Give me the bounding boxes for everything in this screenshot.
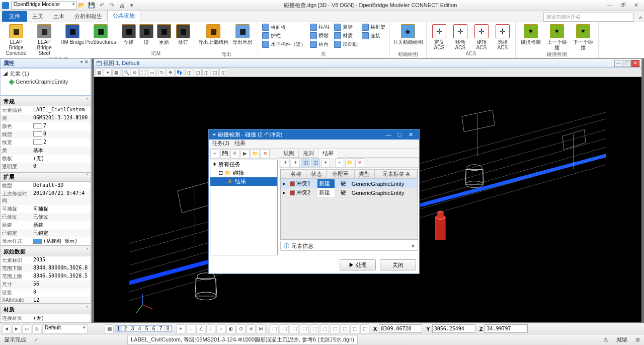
btn-lib-abut2[interactable]: 桥台	[309, 40, 331, 48]
iso-4[interactable]: ⬚	[300, 324, 309, 333]
view-titlebar[interactable]: 🗔 视图 1, Default — □ ✕	[94, 59, 641, 68]
iso-7[interactable]: ⬚	[330, 324, 339, 333]
btn-acs-select[interactable]: ✛选择 ACS	[493, 23, 512, 50]
nav-layer-icon[interactable]: ≣	[32, 324, 41, 333]
iso-10[interactable]: ⬚	[360, 324, 369, 333]
tbtn-run[interactable]: ▶	[240, 149, 250, 158]
nav-back[interactable]: ◄	[2, 324, 11, 333]
workflow-dropdown[interactable]: OpenBridge Modeler	[11, 1, 76, 10]
rtbtn-2[interactable]: ✶	[291, 158, 300, 167]
iso-2[interactable]: ⬚	[280, 324, 289, 333]
vtb-d[interactable]: ◫	[211, 68, 219, 77]
iso-8[interactable]: ⬚	[340, 324, 349, 333]
tbtn-delete[interactable]: ✕	[261, 149, 270, 158]
status-warn-icon[interactable]: ⚠	[603, 336, 608, 343]
btn-acs-define[interactable]: ✛定义 ACS	[430, 23, 449, 50]
qa-more-icon[interactable]: ▾	[128, 2, 136, 10]
btn-lib-conn[interactable]: 连接	[361, 32, 386, 40]
results-grid[interactable]: 名称状态分配至类型元素标签 A ▸ 冲突1新建硬GenericGraphicEn…	[280, 169, 418, 240]
vtb-walk[interactable]: 👣	[175, 68, 183, 77]
rtbtn-5[interactable]: ✶	[321, 158, 330, 167]
btn-leap-concrete[interactable]: ▦LEAP Bridge Concrete	[3, 23, 29, 56]
snap-3[interactable]: ∠	[196, 324, 205, 333]
tab-home[interactable]: 主页	[27, 11, 48, 22]
section-material[interactable]: 材质˄	[0, 305, 91, 314]
menu-results[interactable]: 结果	[234, 140, 246, 148]
snap-6[interactable]: ◐	[226, 324, 235, 333]
btn-export-super[interactable]: ▦导出上部结构	[198, 23, 228, 45]
status-lock-icon[interactable]: ⊘	[635, 336, 640, 343]
rtbtn-7[interactable]: 📁	[345, 158, 354, 167]
vtb-window[interactable]: ▭	[148, 68, 156, 77]
btn-lib-pier[interactable]: 桥墩	[309, 32, 331, 40]
view-close[interactable]: ✕	[631, 60, 639, 67]
snap-7[interactable]: ⊙	[236, 324, 246, 333]
coord-x[interactable]	[379, 324, 422, 333]
snap-9[interactable]: ⋈	[257, 324, 266, 333]
ribbon-expand-icon[interactable]: ^	[637, 16, 644, 22]
vtb-b[interactable]: ◫	[194, 68, 202, 77]
qa-redo-icon[interactable]: ↷	[108, 2, 116, 10]
window-minimize[interactable]: —	[604, 2, 616, 9]
btn-lib-guard[interactable]: 护栏	[261, 32, 307, 40]
rtbtn-6[interactable]: ＋	[335, 158, 344, 167]
btn-lib-material[interactable]: 材质	[333, 32, 359, 40]
iso-9[interactable]: ⬚	[350, 324, 359, 333]
btn-lib-xframe[interactable]: 横框架	[361, 23, 386, 31]
rtbtn-3[interactable]: ◫	[301, 158, 310, 167]
window-close[interactable]: ✕	[630, 2, 642, 9]
dialog-min[interactable]: —	[383, 131, 394, 137]
rtab-rules2[interactable]: 规则	[299, 149, 318, 157]
view-max[interactable]: □	[623, 60, 631, 67]
qa-open-icon[interactable]: 📂	[77, 2, 86, 10]
btn-rm-bridge[interactable]: ▦RM Bridge	[59, 23, 86, 45]
section-extend[interactable]: 扩展˄	[0, 172, 91, 182]
vtb-e[interactable]: ◫	[219, 68, 227, 77]
btn-lib-abut[interactable]: 翼墙	[333, 23, 359, 31]
close-button[interactable]: 关闭	[380, 259, 416, 270]
btn-icm-read[interactable]: ▦读	[139, 23, 153, 45]
snap-5[interactable]: ○	[216, 324, 225, 333]
window-restore[interactable]: 🗗	[617, 2, 629, 9]
tbtn-new[interactable]: ＋	[210, 149, 219, 158]
view-min[interactable]: —	[614, 60, 622, 67]
btn-icm-create[interactable]: ▦创建	[120, 23, 137, 45]
iso-6[interactable]: ⬚	[320, 324, 329, 333]
dialog-max[interactable]: □	[394, 131, 405, 137]
node-job[interactable]: ⊟ 📁 碰撞	[210, 169, 277, 177]
result-row[interactable]: ▸ 冲突2新建硬GenericGraphicEntity	[281, 188, 418, 197]
element-info-bar[interactable]: ⓘ元素信息▾	[280, 241, 418, 251]
dialog-close[interactable]: ✕	[405, 131, 416, 138]
vtb-zoom-in[interactable]: 🔍	[122, 68, 130, 77]
snap-4[interactable]: ⟂	[206, 324, 215, 333]
chevron-down-icon[interactable]: ▾	[412, 243, 415, 249]
tbtn-folder[interactable]: 📁	[251, 149, 260, 158]
rtab-rules1[interactable]: 规则	[279, 149, 299, 157]
vtb-1[interactable]: ▦	[95, 68, 103, 77]
rtbtn-8[interactable]: ✕	[355, 158, 364, 167]
level-dropdown[interactable]: Default	[42, 324, 88, 333]
vtb-fit[interactable]: ⛶	[139, 68, 147, 77]
btn-lib-rebar[interactable]: 加劲肋	[333, 40, 359, 48]
view-numbers[interactable]: 12345678	[115, 325, 172, 332]
btn-export-terrain[interactable]: ▦导出地形	[230, 23, 255, 45]
btn-acs-rotate[interactable]: ✛旋转 ACS	[472, 23, 491, 50]
section-general[interactable]: 常规˄	[0, 97, 91, 106]
coord-z[interactable]	[485, 324, 528, 333]
btn-icm-revise[interactable]: ▦修订	[175, 23, 192, 45]
btn-icm-update[interactable]: ▦更新	[155, 23, 173, 45]
qa-undo-icon[interactable]: ↶	[98, 2, 106, 10]
snap-2[interactable]: ⊥	[186, 324, 195, 333]
qa-save-icon[interactable]: 💾	[88, 2, 96, 10]
btn-acs-move[interactable]: ✛移动 ACS	[451, 23, 470, 50]
btn-grid[interactable]: ▦	[105, 324, 114, 333]
btn-clash-prev[interactable]: ✶上一个碰撞	[545, 23, 569, 50]
vtb-3[interactable]: ▦	[112, 68, 120, 77]
properties-tree[interactable]: ◢ 元素 (1) GenericGraphicEntity	[0, 68, 91, 96]
rtab-results[interactable]: 结果	[318, 149, 338, 158]
nav-fwd[interactable]: ►	[12, 324, 21, 333]
panel-pin-icon[interactable]: ▾ ✕	[80, 59, 89, 64]
btn-clash-next[interactable]: ✶下一个碰撞	[571, 23, 595, 50]
vtb-a[interactable]: ◫	[185, 68, 193, 77]
process-button[interactable]: ▶ 处理	[340, 259, 376, 270]
